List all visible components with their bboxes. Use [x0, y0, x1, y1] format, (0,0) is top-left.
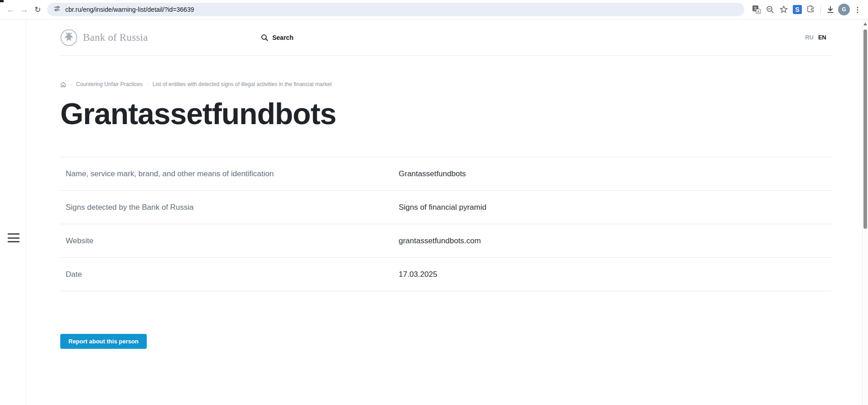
reload-icon: ↻ — [34, 5, 41, 14]
s-extension-button[interactable]: S — [791, 3, 804, 16]
reload-button[interactable]: ↻ — [31, 3, 44, 16]
hamburger-menu-icon[interactable] — [8, 233, 19, 242]
site-header: Bank of Russia Search RU EN — [60, 19, 831, 56]
search-label: Search — [272, 34, 294, 41]
row-value: 17.03.2025 — [399, 270, 437, 279]
breadcrumb: · Countering Unfair Practices · List of … — [60, 81, 831, 87]
row-label: Signs detected by the Bank of Russia — [60, 203, 399, 212]
table-row: Name, service mark, brand, and other mea… — [60, 157, 831, 191]
row-label: Name, service mark, brand, and other mea… — [60, 169, 399, 178]
page: Bank of Russia Search RU EN · Counterin — [0, 19, 868, 405]
table-row: Website grantassetfundbots.com — [60, 224, 831, 258]
entity-info-table: Name, service mark, brand, and other mea… — [60, 157, 831, 291]
left-rail — [0, 19, 26, 405]
scrollbar-thumb[interactable] — [863, 29, 867, 229]
home-icon[interactable] — [60, 82, 66, 87]
browser-menu-button[interactable]: ⋮ — [851, 3, 864, 16]
row-value: Signs of financial pyramid — [399, 203, 487, 212]
profile-avatar: G — [838, 4, 850, 15]
row-label: Date — [60, 270, 399, 279]
site-settings-icon[interactable] — [53, 5, 61, 14]
table-row: Date 17.03.2025 — [60, 258, 831, 291]
lang-en[interactable]: EN — [818, 34, 826, 41]
extensions-puzzle-icon — [806, 5, 815, 14]
back-icon: ← — [6, 5, 14, 14]
table-row: Signs detected by the Bank of Russia Sig… — [60, 191, 831, 224]
bank-logo-icon — [60, 29, 77, 46]
bank-logo[interactable]: Bank of Russia — [60, 29, 148, 46]
bookmark-button[interactable] — [777, 3, 791, 16]
scrollbar[interactable] — [862, 19, 868, 405]
svg-text:A: A — [757, 10, 760, 14]
kebab-menu-icon: ⋮ — [854, 5, 861, 14]
browser-toolbar: ← → ↻ cbr.ru/eng/inside/warning-list/det… — [0, 0, 868, 19]
breadcrumb-link-countering[interactable]: Countering Unfair Practices — [76, 81, 143, 87]
report-button[interactable]: Report about this person — [60, 334, 147, 349]
scrollbar-up-icon[interactable] — [863, 23, 867, 25]
bookmark-star-icon — [779, 5, 788, 14]
extensions-button[interactable] — [804, 3, 818, 16]
breadcrumb-link-warning-list[interactable]: List of entities with detected signs of … — [153, 81, 332, 87]
lang-ru[interactable]: RU — [805, 34, 814, 41]
row-value: Grantassetfundbots — [399, 169, 466, 178]
profile-button[interactable]: G — [837, 3, 851, 16]
zoom-out-icon — [766, 5, 775, 14]
zoom-button[interactable] — [763, 3, 777, 16]
url-text: cbr.ru/eng/inside/warning-list/detail/?i… — [65, 6, 194, 13]
breadcrumb-separator: · — [147, 81, 149, 87]
window-corner — [0, 0, 4, 2]
translate-icon: 文 A — [752, 5, 761, 14]
forward-button[interactable]: → — [17, 3, 31, 16]
row-label: Website — [60, 236, 399, 246]
download-icon — [826, 5, 835, 14]
bank-logo-text: Bank of Russia — [83, 32, 148, 43]
language-switcher: RU EN — [805, 19, 826, 55]
search-button[interactable]: Search — [261, 19, 294, 55]
address-bar[interactable]: cbr.ru/eng/inside/warning-list/detail/?i… — [47, 3, 744, 16]
site-content: Bank of Russia Search RU EN · Counterin — [60, 19, 831, 349]
page-title: Grantassetfundbots — [60, 98, 831, 130]
s-extension-icon: S — [793, 5, 802, 14]
row-value: grantassetfundbots.com — [399, 236, 481, 246]
back-button[interactable]: ← — [4, 3, 17, 16]
breadcrumb-separator: · — [70, 81, 72, 87]
search-icon — [261, 34, 268, 41]
translate-button[interactable]: 文 A — [750, 3, 763, 16]
toolbar-separator — [820, 5, 821, 14]
downloads-button[interactable] — [824, 3, 837, 16]
forward-icon: → — [20, 5, 28, 14]
